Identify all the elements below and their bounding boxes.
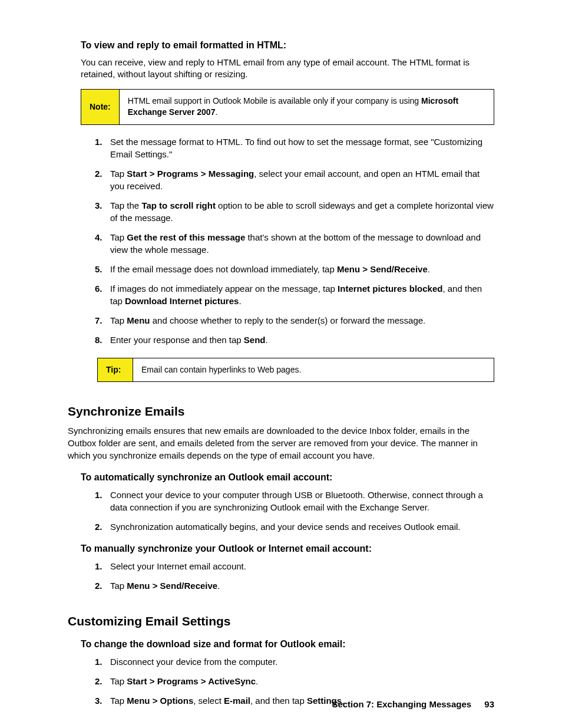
list-item: Connect your device to your computer thr… (97, 489, 494, 513)
steps-list: Select your Internet email account. Tap … (97, 560, 494, 592)
tip-content: Email can contain hyperlinks to Web page… (133, 358, 309, 382)
list-item: If the email message does not download i… (97, 263, 494, 275)
page-footer: Section 7: Exchanging Messages 93 (332, 699, 494, 709)
body-paragraph: Synchronizing emails ensures that new em… (68, 424, 494, 462)
list-item: Tap the Tap to scroll right option to be… (97, 199, 494, 224)
list-item: Tap Start > Programs > Messaging, select… (97, 167, 494, 192)
list-item: Tap Menu > Send/Receive. (97, 579, 494, 592)
list-item: Tap Get the rest of this message that's … (97, 231, 494, 256)
subsection-heading: To view and reply to email formatted in … (81, 40, 494, 51)
list-item: Tap Menu and choose whether to reply to … (97, 314, 494, 327)
list-item: Set the message format to HTML. To find … (97, 136, 494, 160)
tip-label: Tip: (98, 358, 133, 382)
subsection-heading: To change the download size and format f… (81, 639, 494, 650)
list-item: Select your Internet email account. (97, 560, 494, 572)
note-content: HTML email support in Outlook Mobile is … (120, 90, 494, 124)
list-item: Tap Start > Programs > ActiveSync. (97, 675, 494, 687)
subsection-heading: To manually synchronize your Outlook or … (81, 543, 494, 554)
section-heading: Customizing Email Settings (68, 614, 494, 628)
steps-list: Connect your device to your computer thr… (97, 489, 494, 533)
steps-list: Set the message format to HTML. To find … (97, 136, 494, 346)
footer-section: Section 7: Exchanging Messages (332, 699, 471, 709)
subsection-heading: To automatically synchronize an Outlook … (81, 472, 494, 483)
note-callout: Note: HTML email support in Outlook Mobi… (81, 89, 494, 125)
list-item: If images do not immediately appear on t… (97, 282, 494, 307)
list-item: Synchronization automatically begins, an… (97, 521, 494, 533)
list-item: Disconnect your device from the computer… (97, 655, 494, 668)
note-label: Note: (81, 90, 120, 124)
tip-callout: Tip: Email can contain hyperlinks to Web… (97, 358, 494, 383)
section-heading: Synchronize Emails (68, 404, 494, 419)
page-number: 93 (484, 699, 494, 709)
body-paragraph: You can receive, view and reply to HTML … (81, 57, 494, 81)
list-item: Enter your response and then tap Send. (97, 334, 494, 346)
